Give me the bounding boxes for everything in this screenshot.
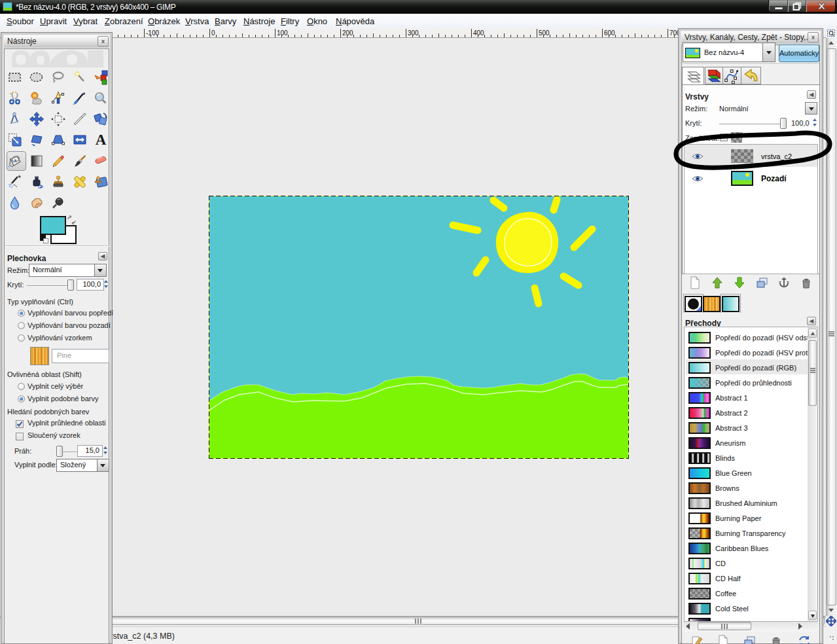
svg-text:A: A xyxy=(96,132,107,148)
